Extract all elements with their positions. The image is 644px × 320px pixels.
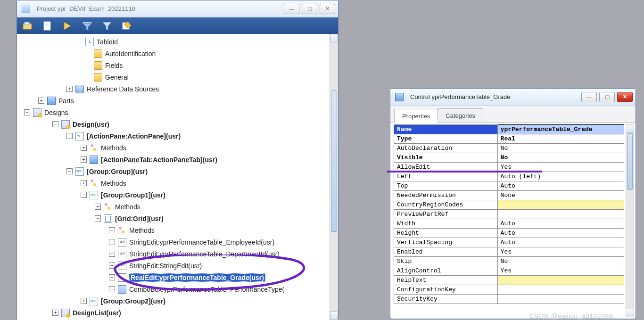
tree-scroll-area[interactable]: TableId AutoIdentification Fields Genera… [17,34,338,320]
property-value[interactable] [497,285,624,295]
collapse-toggle[interactable]: − [81,192,87,198]
toolbar-open-icon[interactable] [23,21,33,31]
property-value[interactable] [497,210,624,219]
scroll-thumb[interactable] [627,133,633,190]
tree-node-group1[interactable]: −[Group:Group1](usr) [17,189,338,201]
minimize-button[interactable]: — [284,4,299,14]
properties-grid[interactable]: NameyprPerformanceTable_GradeTypeRealAut… [394,124,624,304]
tree-node-grade[interactable]: +RealEdit:yprPerformanceTable_Grade(usr) [17,271,338,283]
property-row[interactable]: AlignControlYes [394,266,624,276]
property-value[interactable]: Yes [497,247,624,257]
scroll-down-icon[interactable] [626,309,634,317]
tree-node-methods[interactable]: +Methods [17,201,338,213]
property-value[interactable]: Real [497,134,624,144]
collapse-toggle[interactable]: − [95,215,101,222]
property-row[interactable]: EnabledYes [394,247,624,257]
project-titlebar[interactable]: Project ypr_DEVII_Exam_20221110 — ▢ ✕ [17,0,338,17]
collapse-toggle[interactable]: − [24,109,30,115]
property-row[interactable]: TopAuto [394,181,624,191]
expand-toggle[interactable]: + [109,251,115,257]
scroll-up-icon[interactable] [330,34,338,42]
expand-toggle[interactable]: + [66,86,73,92]
properties-scrollbar[interactable] [626,124,634,317]
property-value[interactable]: Yes [497,163,624,172]
tab-categories[interactable]: Categories [438,108,483,122]
property-row[interactable]: VisibleNo [394,153,624,163]
toolbar-run-icon[interactable] [62,21,73,31]
property-value[interactable]: Auto [497,238,624,247]
expand-toggle[interactable]: + [109,286,115,292]
tree-node-autoid[interactable]: AutoIdentification [17,48,338,59]
property-row[interactable]: AutoDeclarationNo [394,144,624,153]
expand-toggle[interactable]: + [109,227,115,233]
tree-node-methods[interactable]: +Methods [17,142,338,154]
collapse-toggle[interactable]: − [66,133,73,139]
tab-properties[interactable]: Properties [394,109,438,123]
tree-node-tableid[interactable]: TableId [17,36,338,48]
tree-node-actionpanetab[interactable]: +[ActionPaneTab:ActionPaneTab](usr) [17,154,338,165]
property-value[interactable]: No [497,257,624,266]
property-value[interactable]: Auto [497,229,624,238]
expand-toggle[interactable]: + [95,204,101,210]
maximize-button[interactable]: ▢ [599,92,615,102]
tree-node-methods[interactable]: +Methods [17,177,338,189]
tree-node-design[interactable]: −Design(usr) [17,118,338,130]
property-value[interactable]: No [497,153,624,163]
scroll-up-icon[interactable] [626,125,634,133]
tree-node-designs[interactable]: −Designs [17,107,338,118]
toolbar-funnel-icon[interactable] [102,21,112,31]
scroll-thumb[interactable] [331,90,337,232]
tree-node-designlist[interactable]: +DesignList(usr) [17,307,338,319]
property-value[interactable] [497,276,624,285]
property-row[interactable]: LeftAuto (left) [394,172,624,181]
expand-toggle[interactable]: + [81,156,87,163]
tree-scrollbar[interactable] [330,34,338,320]
property-row[interactable]: AllowEditYes [394,163,624,172]
properties-titlebar[interactable]: Control yprPerformanceTable_Grade — ▢ ✕ [390,89,636,106]
tree-node-combo[interactable]: +ComboBox:yprPerformanceTable_Performanc… [17,283,338,295]
expand-toggle[interactable]: + [38,98,44,104]
property-row[interactable]: CountryRegionCodes [394,200,624,210]
property-row[interactable]: NameyprPerformanceTable_Grade [394,125,624,134]
property-value[interactable]: No [497,144,624,153]
tree-node-fields[interactable]: Fields [17,59,338,71]
property-row[interactable]: ConfigurationKey [394,285,624,295]
tree-node-actionpane[interactable]: −[ActionPane:ActionPane](usr) [17,130,338,142]
property-row[interactable]: SkipNo [394,257,624,266]
expand-toggle[interactable]: + [109,239,115,245]
tree-node-methods[interactable]: +Methods [17,224,338,236]
collapse-toggle[interactable]: − [52,121,58,127]
close-button[interactable]: ✕ [617,92,633,102]
close-button[interactable]: ✕ [320,4,335,14]
toolbar-edit-icon[interactable] [122,21,132,31]
property-value[interactable]: Auto (left) [497,172,624,181]
tree-node-stringedit[interactable]: +StringEdit:StringEdit(usr) [17,260,338,271]
tree-node-group2[interactable]: +[Group:Group2](usr) [17,295,338,307]
tree-node-dept[interactable]: +StringEdit:yprPerformanceTable_Departme… [17,248,338,260]
property-value[interactable] [497,295,624,304]
tree-node-grid[interactable]: −[Grid:Grid](usr) [17,213,338,224]
property-value[interactable]: yprPerformanceTable_Grade [497,125,624,134]
tree-node-general[interactable]: General [17,71,338,83]
property-value[interactable] [497,200,624,210]
tree-node-refds[interactable]: +Reference Data Sources [17,83,338,95]
property-value[interactable]: Yes [497,266,624,276]
property-row[interactable]: SecurityKey [394,295,624,304]
property-value[interactable]: Auto [497,181,624,191]
tree-node-parts[interactable]: +Parts [17,95,338,107]
maximize-button[interactable]: ▢ [302,4,317,14]
expand-toggle[interactable]: + [81,298,87,304]
property-row[interactable]: VerticalSpacingAuto [394,238,624,247]
tree-node-emp[interactable]: +StringEdit:yprPerformanceTable_Employee… [17,236,338,248]
expand-toggle[interactable]: + [109,274,115,280]
toolbar-page-icon[interactable] [42,21,53,31]
expand-toggle[interactable]: + [52,310,58,316]
scroll-down-icon[interactable] [330,312,338,320]
property-row[interactable]: WidthAuto [394,219,624,229]
expand-toggle[interactable]: + [81,145,87,151]
tree-node-group[interactable]: −[Group:Group](usr) [17,165,338,177]
property-value[interactable]: None [497,191,624,200]
property-row[interactable]: TypeReal [394,134,624,144]
property-row[interactable]: HeightAuto [394,229,624,238]
toolbar-filter-icon[interactable] [82,21,92,31]
